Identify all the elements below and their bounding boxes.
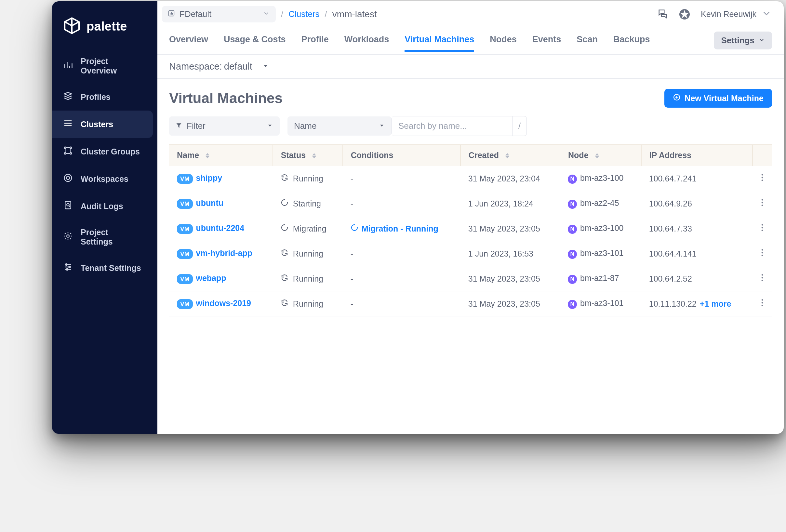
node-badge: N xyxy=(568,225,577,234)
svg-point-25 xyxy=(762,205,763,206)
svg-point-10 xyxy=(66,264,67,265)
created-cell: 31 May 2023, 23:05 xyxy=(461,216,560,241)
tab-workloads[interactable]: Workloads xyxy=(344,34,389,52)
sync-icon xyxy=(281,249,288,258)
svg-point-24 xyxy=(762,202,763,204)
svg-point-29 xyxy=(762,249,763,251)
user-menu[interactable]: Kevin Reeuwijk xyxy=(701,8,772,21)
workspace-icon xyxy=(63,173,73,185)
filter-bar: Filter Name / xyxy=(157,114,784,144)
logo-icon xyxy=(63,17,80,36)
node-badge: N xyxy=(568,250,577,259)
vm-name-link[interactable]: windows-2019 xyxy=(196,299,251,308)
svg-marker-14 xyxy=(680,10,689,18)
vm-badge: VM xyxy=(177,249,193,259)
settings-label: Settings xyxy=(721,36,755,46)
vm-name-link[interactable]: ubuntu xyxy=(196,199,224,207)
tab-profile[interactable]: Profile xyxy=(301,34,329,52)
col-label: Node xyxy=(568,151,588,160)
svg-point-3 xyxy=(64,153,66,154)
created-cell: 1 Jun 2023, 16:53 xyxy=(461,241,560,266)
table-row: VMshippyRunning-31 May 2023, 23:04Nbm-az… xyxy=(169,166,772,191)
chat-icon[interactable] xyxy=(657,8,668,21)
status-text: Migrating xyxy=(293,224,326,233)
spinner-icon xyxy=(281,224,288,233)
ip-address: 10.11.130.22 xyxy=(649,299,697,308)
breadcrumb-clusters[interactable]: Clusters xyxy=(288,9,319,19)
svg-point-28 xyxy=(762,230,763,231)
table-header-row: Name Status Conditions Created Node IP A… xyxy=(169,145,772,166)
caret-down-icon xyxy=(267,121,273,131)
row-menu-button[interactable] xyxy=(753,266,772,291)
tab-overview[interactable]: Overview xyxy=(169,34,208,52)
project-selector[interactable]: FDefault xyxy=(162,6,276,22)
col-created[interactable]: Created xyxy=(461,145,560,166)
row-menu-button[interactable] xyxy=(753,166,772,191)
namespace-label: Namespace: xyxy=(169,61,222,72)
row-menu-button[interactable] xyxy=(753,291,772,317)
kebab-icon xyxy=(761,199,764,208)
created-cell: 31 May 2023, 23:04 xyxy=(461,166,560,191)
sidebar-item-clusters[interactable]: Clusters xyxy=(52,111,153,138)
vm-name-link[interactable]: ubuntu-2204 xyxy=(196,224,245,232)
col-name[interactable]: Name xyxy=(169,145,273,166)
ip-address: 100.64.2.52 xyxy=(649,274,692,283)
table-row: VMwindows-2019Running-31 May 2023, 23:05… xyxy=(169,291,772,317)
star-badge-icon[interactable] xyxy=(679,9,690,20)
condition-link[interactable]: Migration - Running xyxy=(351,224,453,233)
svg-point-9 xyxy=(67,235,69,237)
namespace-selector[interactable]: Namespace: default xyxy=(157,55,784,79)
tab-usage-costs[interactable]: Usage & Costs xyxy=(224,34,286,52)
sync-icon xyxy=(281,174,288,183)
condition-text: Migration - Running xyxy=(362,224,438,233)
node-name: bm-az3-101 xyxy=(580,299,623,308)
sort-icon xyxy=(595,153,599,158)
row-menu-button[interactable] xyxy=(753,191,772,216)
ip-more-link[interactable]: +1 more xyxy=(700,299,731,308)
col-status[interactable]: Status xyxy=(273,145,343,166)
svg-point-12 xyxy=(66,269,68,270)
row-menu-button[interactable] xyxy=(753,216,772,241)
svg-point-1 xyxy=(64,147,66,148)
col-node[interactable]: Node xyxy=(560,145,641,166)
sidebar-item-project-overview[interactable]: Project Overview xyxy=(52,49,153,83)
tab-nodes[interactable]: Nodes xyxy=(490,34,517,52)
app-logo: palette xyxy=(52,11,157,49)
audit-icon xyxy=(63,200,73,212)
sidebar-item-cluster-groups[interactable]: Cluster Groups xyxy=(52,138,153,165)
vm-name-link[interactable]: webapp xyxy=(196,274,226,283)
vm-badge: VM xyxy=(177,274,193,284)
sidebar-item-project-settings[interactable]: Project Settings xyxy=(52,220,153,254)
sync-icon xyxy=(281,274,288,283)
sidebar-item-profiles[interactable]: Profiles xyxy=(52,83,153,111)
settings-button[interactable]: Settings xyxy=(714,31,772,49)
filter-dropdown[interactable]: Filter xyxy=(169,116,280,136)
tab-events[interactable]: Events xyxy=(532,34,561,52)
row-menu-button[interactable] xyxy=(753,241,772,266)
breadcrumb-current: vmm-latest xyxy=(332,9,377,20)
sidebar-item-workspaces[interactable]: Workspaces xyxy=(52,165,153,192)
sidebar-item-tenant-settings[interactable]: Tenant Settings xyxy=(52,254,153,282)
tab-scan[interactable]: Scan xyxy=(577,34,598,52)
vm-name-link[interactable]: shippy xyxy=(196,173,223,182)
vm-name-link[interactable]: vm-hybrid-app xyxy=(196,249,253,258)
new-vm-button[interactable]: New Virtual Machine xyxy=(664,89,772,108)
search-shortcut: / xyxy=(512,116,527,136)
created-cell: 31 May 2023, 23:05 xyxy=(461,266,560,291)
status-text: Running xyxy=(293,299,323,308)
sidebar-item-audit-logs[interactable]: Audit Logs xyxy=(52,192,153,220)
user-name: Kevin Reeuwijk xyxy=(701,9,757,19)
field-dropdown[interactable]: Name xyxy=(287,116,392,136)
kebab-icon xyxy=(761,249,764,258)
chevron-down-icon xyxy=(761,8,772,21)
search-input[interactable] xyxy=(392,116,512,136)
sidebar-item-label: Tenant Settings xyxy=(80,263,141,273)
new-vm-label: New Virtual Machine xyxy=(685,94,764,103)
svg-point-4 xyxy=(70,153,72,154)
sidebar-item-label: Clusters xyxy=(80,120,113,129)
tab-backups[interactable]: Backups xyxy=(613,34,650,52)
svg-rect-7 xyxy=(65,202,71,209)
table-row: VMwebappRunning-31 May 2023, 23:05Nbm-az… xyxy=(169,266,772,291)
condition-text: - xyxy=(351,174,353,183)
tab-virtual-machines[interactable]: Virtual Machines xyxy=(404,34,474,52)
